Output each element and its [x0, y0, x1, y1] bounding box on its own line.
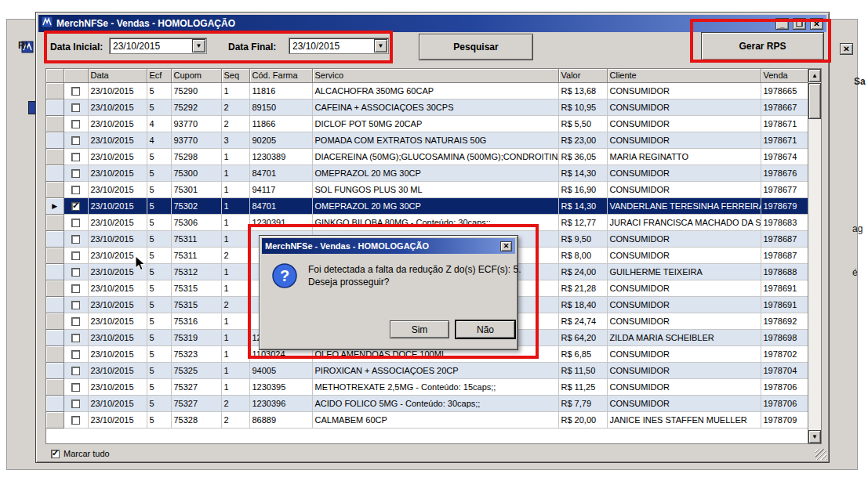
- cell-cliente[interactable]: CONSUMIDOR: [607, 395, 761, 411]
- cell-valor[interactable]: R$ 7,79: [558, 395, 607, 411]
- scrollbar-thumb[interactable]: [808, 83, 821, 119]
- cell-seq[interactable]: 2: [221, 395, 249, 411]
- column-header[interactable]: Servico: [312, 69, 558, 82]
- row-select-checkbox[interactable]: [64, 132, 88, 148]
- cell-data[interactable]: 23/10/2015: [88, 280, 147, 296]
- chevron-down-icon[interactable]: ▼: [374, 39, 387, 52]
- row-select-checkbox[interactable]: [64, 247, 88, 263]
- cell-ecf[interactable]: 5: [147, 165, 171, 181]
- cell-valor[interactable]: R$ 13,68: [558, 82, 607, 99]
- cell-venda[interactable]: 1978691: [761, 280, 809, 296]
- cell-valor[interactable]: R$ 11,25: [558, 378, 607, 395]
- checkbox-icon[interactable]: [71, 301, 80, 309]
- cell-data[interactable]: 23/10/2015: [88, 99, 147, 115]
- cell-data[interactable]: 23/10/2015: [88, 263, 147, 280]
- cell-data[interactable]: 23/10/2015: [88, 115, 147, 132]
- cell-valor[interactable]: R$ 5,50: [558, 115, 607, 132]
- cell-venda[interactable]: 1978687: [761, 247, 809, 263]
- row-select-checkbox[interactable]: [64, 181, 88, 197]
- checkbox-icon[interactable]: [51, 450, 60, 458]
- cell-cupom[interactable]: 75302: [171, 197, 221, 214]
- data-inicial-combobox[interactable]: 23/10/2015 ▼: [109, 38, 207, 54]
- cell-seq[interactable]: 1: [221, 263, 249, 280]
- cell-valor[interactable]: R$ 8,00: [558, 247, 607, 263]
- cell-cliente[interactable]: CONSUMIDOR: [607, 165, 761, 181]
- cell-seq[interactable]: 1: [221, 230, 249, 247]
- row-indicator[interactable]: [46, 148, 64, 165]
- row-indicator[interactable]: [46, 165, 64, 181]
- cell-cupom[interactable]: 75319: [171, 329, 221, 345]
- vertical-scrollbar[interactable]: ▲ ▼: [808, 69, 821, 443]
- column-header[interactable]: Cliente: [607, 69, 761, 82]
- cell-venda[interactable]: 1978674: [761, 148, 809, 165]
- cell-valor[interactable]: R$ 10,95: [558, 99, 607, 115]
- cell-valor[interactable]: R$ 14,30: [558, 197, 607, 214]
- cell-ecf[interactable]: 5: [147, 181, 171, 197]
- row-select-checkbox[interactable]: [64, 345, 88, 362]
- row-indicator[interactable]: [46, 82, 64, 99]
- cell-cliente[interactable]: CONSUMIDOR: [607, 313, 761, 329]
- checkbox-icon[interactable]: [71, 268, 80, 277]
- cell-cupom[interactable]: 75312: [171, 263, 221, 280]
- cell-venda[interactable]: 1978671: [761, 132, 809, 148]
- checkbox-icon[interactable]: [71, 103, 80, 112]
- cell-cod_farma[interactable]: 1230389: [249, 148, 312, 165]
- cell-data[interactable]: 23/10/2015: [88, 230, 147, 247]
- checkbox-icon[interactable]: [71, 334, 80, 342]
- cell-cod_farma[interactable]: 11816: [249, 82, 312, 99]
- cell-data[interactable]: 23/10/2015: [88, 181, 147, 197]
- row-indicator[interactable]: [46, 115, 64, 132]
- close-button[interactable]: ✕: [810, 18, 823, 30]
- row-indicator[interactable]: [46, 329, 64, 345]
- cell-valor[interactable]: R$ 20,00: [558, 411, 607, 428]
- cell-cupom[interactable]: 75301: [171, 181, 221, 197]
- cell-valor[interactable]: R$ 11,50: [558, 362, 607, 378]
- cell-cliente[interactable]: CONSUMIDOR: [607, 82, 761, 99]
- cell-venda[interactable]: 1978691: [761, 296, 809, 313]
- cell-seq[interactable]: 1: [221, 214, 249, 230]
- cell-cupom[interactable]: 75327: [171, 378, 221, 395]
- cell-ecf[interactable]: 5: [147, 230, 171, 247]
- gerar-rps-button[interactable]: Gerar RPS: [701, 32, 824, 60]
- cell-valor[interactable]: R$ 9,50: [558, 230, 607, 247]
- cell-valor[interactable]: R$ 64,20: [558, 329, 607, 345]
- cell-servico[interactable]: METHOTREXATE 2,5MG - Conteúdo: 15caps;;: [312, 378, 558, 395]
- cell-servico[interactable]: CAFEINA + ASSOCIAÇOES 30CPS: [312, 99, 558, 115]
- row-indicator[interactable]: [46, 296, 64, 313]
- cell-servico[interactable]: ALCACHOFRA 350MG 60CAP: [312, 82, 558, 99]
- cell-servico[interactable]: CALMABEM 60CP: [312, 411, 558, 428]
- cell-cupom[interactable]: 75298: [171, 148, 221, 165]
- row-select-checkbox[interactable]: [64, 329, 88, 345]
- cell-servico[interactable]: DIACEREINA (50MG);GLUCOSAMINA (500MG);CO…: [312, 148, 558, 165]
- cell-ecf[interactable]: 5: [147, 378, 171, 395]
- cell-data[interactable]: 23/10/2015: [88, 247, 147, 263]
- row-indicator[interactable]: [46, 99, 64, 115]
- cell-venda[interactable]: 1978687: [761, 230, 809, 247]
- cell-cod_farma[interactable]: 90205: [249, 132, 312, 148]
- checkbox-icon[interactable]: [71, 416, 80, 425]
- checkbox-icon[interactable]: [71, 251, 80, 260]
- cell-cod_farma[interactable]: 84701: [249, 197, 312, 214]
- checkbox-icon[interactable]: [71, 153, 80, 161]
- cell-ecf[interactable]: 5: [147, 395, 171, 411]
- cell-ecf[interactable]: 5: [147, 362, 171, 378]
- cell-ecf[interactable]: 5: [147, 345, 171, 362]
- row-select-checkbox[interactable]: [64, 165, 88, 181]
- scroll-up-icon[interactable]: ▲: [808, 69, 821, 82]
- row-indicator[interactable]: [46, 181, 64, 197]
- cell-cupom[interactable]: 93770: [171, 115, 221, 132]
- cell-data[interactable]: 23/10/2015: [88, 362, 147, 378]
- cell-seq[interactable]: 1: [221, 329, 249, 345]
- checkbox-icon[interactable]: [71, 219, 80, 227]
- row-select-checkbox[interactable]: [64, 148, 88, 165]
- cell-cod_farma[interactable]: 1230391: [249, 214, 312, 230]
- cell-servico[interactable]: OMEPRAZOL 20 MG 30CP: [312, 165, 558, 181]
- cell-venda[interactable]: 1978704: [761, 362, 809, 378]
- cell-cliente[interactable]: CONSUMIDOR: [607, 362, 761, 378]
- scroll-down-icon[interactable]: ▼: [808, 430, 821, 443]
- row-select-checkbox[interactable]: [64, 395, 88, 411]
- checkbox-icon[interactable]: [71, 350, 80, 359]
- cell-cliente[interactable]: CONSUMIDOR: [607, 345, 761, 362]
- cell-ecf[interactable]: 5: [147, 148, 171, 165]
- cell-cliente[interactable]: ZILDA MARIA SCHEIBLER: [607, 329, 761, 345]
